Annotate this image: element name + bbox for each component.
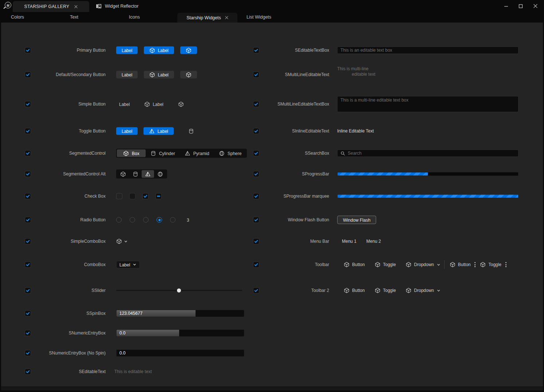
tab-starship-widgets[interactable]: Starship Widgets xyxy=(177,13,237,23)
radio-option-0[interactable] xyxy=(116,217,122,223)
row-visibility-checkbox[interactable] xyxy=(25,47,31,54)
row-visibility-checkbox[interactable] xyxy=(25,150,31,157)
primary-icon-only-button[interactable] xyxy=(180,47,197,54)
checkbox-indeterminate[interactable] xyxy=(155,193,162,199)
menu-item-2[interactable]: Menu 2 xyxy=(366,239,381,244)
segment-box[interactable]: Box xyxy=(117,150,146,157)
row-visibility-checkbox[interactable] xyxy=(25,288,31,294)
row-visibility-checkbox[interactable] xyxy=(25,193,31,199)
button-label: Label xyxy=(122,48,132,53)
pyramid-icon xyxy=(149,128,155,134)
multiline-editable-text[interactable]: This is multi-line editable text xyxy=(337,66,375,77)
tab-text[interactable]: Text xyxy=(70,12,78,23)
row-visibility-checkbox[interactable] xyxy=(25,217,31,223)
tab-starship-gallery[interactable]: STARSHIP GALLERY xyxy=(13,1,89,12)
toggle-button-on[interactable]: Label xyxy=(116,127,138,135)
checkbox-checked[interactable] xyxy=(142,193,149,199)
row-visibility-checkbox[interactable] xyxy=(25,238,31,245)
segment-pyramid[interactable] xyxy=(142,170,154,178)
spin-box[interactable]: 123.045677 xyxy=(116,310,244,317)
toolbar-button-2[interactable]: Button xyxy=(450,262,471,268)
tab-icons[interactable]: Icons xyxy=(129,12,140,23)
row-visibility-checkbox[interactable] xyxy=(25,72,31,78)
toolbar2-toggle[interactable]: Toggle xyxy=(375,288,396,293)
kebab-menu-icon[interactable] xyxy=(474,262,476,267)
close-tab-icon[interactable] xyxy=(225,16,228,19)
tab-colors[interactable]: Colors xyxy=(11,12,24,23)
row-visibility-checkbox[interactable] xyxy=(253,171,259,177)
toolbar-button[interactable]: Button xyxy=(344,262,365,268)
segment-cylinder[interactable]: Cylinder xyxy=(146,150,180,157)
toolbar2-dropdown[interactable]: Dropdown xyxy=(406,288,441,293)
editable-text-box[interactable]: This is an editable text box xyxy=(337,47,519,54)
row-label: SNumericEntryBox xyxy=(36,330,106,336)
checkbox-unchecked[interactable] xyxy=(129,193,135,199)
row-visibility-checkbox[interactable] xyxy=(253,217,259,223)
segment-sphere[interactable]: Sphere xyxy=(214,150,247,157)
tab-widget-reflector[interactable]: Widget Reflector xyxy=(93,0,141,12)
radio-option-4[interactable] xyxy=(170,217,176,223)
chevron-down-icon xyxy=(437,263,441,267)
row-visibility-checkbox[interactable] xyxy=(25,330,31,336)
segment-box[interactable] xyxy=(117,170,129,178)
slider-handle[interactable] xyxy=(177,289,181,293)
checkbox-unchecked[interactable] xyxy=(116,193,122,199)
row-visibility-checkbox[interactable] xyxy=(253,101,259,107)
simple-button[interactable]: Label xyxy=(116,100,133,108)
primary-icon-button[interactable]: Label xyxy=(144,47,174,54)
row-visibility-checkbox[interactable] xyxy=(25,262,31,268)
close-button[interactable] xyxy=(528,0,543,12)
row-visibility-checkbox[interactable] xyxy=(25,101,31,107)
kebab-menu-icon[interactable] xyxy=(505,262,506,267)
row-visibility-checkbox[interactable] xyxy=(253,150,259,157)
simple-combo-box[interactable] xyxy=(116,238,128,244)
row-visibility-checkbox[interactable] xyxy=(25,350,31,356)
row-visibility-checkbox[interactable] xyxy=(25,128,31,134)
row-visibility-checkbox[interactable] xyxy=(253,238,259,245)
toolbar-dropdown[interactable]: Dropdown xyxy=(406,262,441,268)
segment-sphere[interactable] xyxy=(154,170,166,178)
simple-icon-button[interactable]: Label xyxy=(141,100,166,108)
segment-pyramid[interactable]: Pyramid xyxy=(180,150,214,157)
row-label: SProgressBar xyxy=(261,171,329,177)
search-box[interactable]: Search xyxy=(337,150,519,157)
menu-item-1[interactable]: Menu 1 xyxy=(342,239,356,244)
toolbar-toggle[interactable]: Toggle xyxy=(375,262,396,268)
simple-icon-only-button[interactable] xyxy=(175,100,187,108)
inline-editable-text[interactable]: Inline Editable Text xyxy=(337,128,374,134)
slider[interactable] xyxy=(116,288,242,293)
radio-option-1[interactable] xyxy=(130,217,135,223)
row-visibility-checkbox[interactable] xyxy=(253,47,259,54)
chevron-down-icon xyxy=(437,289,441,293)
secondary-icon-button[interactable]: Label xyxy=(144,71,174,79)
tab-list-widgets[interactable]: List Widgets xyxy=(247,12,271,23)
numeric-entry-box-no-spin[interactable]: 0.0 xyxy=(116,349,244,357)
window-flash-button[interactable]: Window Flash xyxy=(337,216,376,224)
row-visibility-checkbox[interactable] xyxy=(253,128,259,134)
row-visibility-checkbox[interactable] xyxy=(253,72,259,78)
maximize-button[interactable] xyxy=(513,0,528,12)
minimize-button[interactable] xyxy=(499,0,513,12)
editable-text-field[interactable]: This is editable text xyxy=(114,369,152,374)
row-visibility-checkbox[interactable] xyxy=(25,310,31,317)
toolbar2-button[interactable]: Button xyxy=(344,288,365,293)
row-visibility-checkbox[interactable] xyxy=(253,262,259,268)
secondary-icon-only-button[interactable] xyxy=(180,71,197,79)
toolbar-toggle-2[interactable]: Toggle xyxy=(480,262,501,268)
radio-option-2[interactable] xyxy=(143,217,149,223)
row-visibility-checkbox[interactable] xyxy=(25,369,31,375)
multiline-editable-text-box[interactable]: This is a multi-line editable text box xyxy=(337,96,519,112)
row-visibility-checkbox[interactable] xyxy=(253,193,259,199)
check-icon xyxy=(25,151,30,156)
row-visibility-checkbox[interactable] xyxy=(25,171,31,177)
row-visibility-checkbox[interactable] xyxy=(253,288,259,294)
segment-cylinder[interactable] xyxy=(129,170,142,178)
radio-option-3-selected[interactable] xyxy=(157,217,162,223)
secondary-button[interactable]: Label xyxy=(116,71,138,79)
close-tab-icon[interactable] xyxy=(74,5,78,8)
numeric-entry-box[interactable]: 0.0 xyxy=(116,329,244,337)
combo-box[interactable]: Label xyxy=(116,261,140,269)
toggle-icon-button-off[interactable] xyxy=(185,127,197,135)
primary-button[interactable]: Label xyxy=(116,47,138,54)
toggle-icon-button-on[interactable]: Label xyxy=(143,127,173,135)
